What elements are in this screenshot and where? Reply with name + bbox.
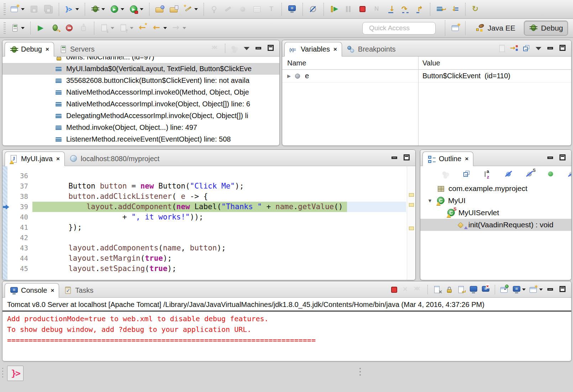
perspective-java-ee[interactable]: Java EE	[471, 21, 520, 36]
word-wrap-button[interactable]	[456, 285, 466, 294]
debug-button[interactable]	[89, 4, 107, 15]
scroll-lock-button[interactable]	[444, 285, 454, 294]
stack-frame-row[interactable]: NativeMethodAccessorImpl.invoke0(Method,…	[2, 86, 279, 98]
column-header-value[interactable]: Value	[418, 59, 440, 67]
debug-server-button[interactable]	[49, 22, 62, 34]
outline-item-init-vaadinrequest-void[interactable]: init(VaadinRequest) : void	[420, 219, 571, 231]
overview-ruler[interactable]	[407, 166, 415, 280]
tab-outline[interactable]: Outline×	[422, 152, 473, 166]
maximize-button[interactable]	[558, 285, 568, 294]
toolbar-grip[interactable]	[4, 4, 6, 15]
stack-frame-row[interactable]: 355682608.buttonClick(Button$ClickEvent)…	[2, 75, 279, 86]
stack-frame-row[interactable]: NativeMethodAccessorImpl.invoke(Object, …	[2, 98, 279, 110]
wand-button[interactable]	[182, 4, 200, 15]
run-external-button[interactable]	[127, 4, 145, 15]
outline-item-myui[interactable]: ▼MyUI	[420, 195, 571, 207]
folder-export-button[interactable]	[168, 4, 180, 15]
code-line[interactable]: 42	[2, 233, 406, 243]
tab-myui-java[interactable]: MyUI.java×	[5, 152, 65, 166]
outline-item-com-example-myproject[interactable]: com.example.myproject	[420, 182, 571, 195]
hide-local-types-button[interactable]: L	[566, 169, 572, 180]
warning-marker[interactable]	[409, 203, 414, 207]
expand-arrow-icon[interactable]: ▶	[287, 73, 291, 79]
maximize-button[interactable]	[558, 44, 568, 53]
minimize-button[interactable]	[546, 44, 556, 53]
stop-button[interactable]	[356, 4, 369, 15]
server-button[interactable]	[9, 22, 26, 34]
stack-frame-row[interactable]: Method.invoke(Object, Object...) line: 4…	[2, 122, 279, 133]
stop-server-button[interactable]	[63, 22, 76, 34]
close-icon[interactable]: ×	[465, 155, 468, 163]
stack-frame-row[interactable]: ListenerMethod.receiveEvent(EventObject)…	[2, 133, 279, 145]
close-icon[interactable]: ×	[56, 155, 60, 163]
warning-marker[interactable]	[409, 193, 414, 197]
step-over-button[interactable]	[399, 4, 412, 15]
step-filters-button[interactable]	[448, 4, 461, 15]
tab-variables[interactable]: Variables×	[284, 42, 342, 57]
show-stderr-button[interactable]	[480, 285, 490, 294]
splitter-handle[interactable]	[359, 368, 361, 369]
warning-marker[interactable]	[409, 227, 414, 230]
hide-fields-button[interactable]	[503, 169, 515, 180]
code-line[interactable]: 43 layout.addComponents(name, button);	[2, 243, 406, 253]
code-line[interactable]: 40 + ", it works!"));	[2, 212, 406, 222]
new-wizard-button[interactable]	[9, 4, 26, 15]
tab-tasks[interactable]: Tasks	[59, 283, 98, 297]
code-line[interactable]: 44 layout.setMargin(true);	[2, 253, 406, 264]
close-icon[interactable]: ×	[333, 46, 337, 53]
minimize-button[interactable]	[546, 153, 556, 163]
vaadin-status-button[interactable]: }>	[7, 366, 23, 381]
run-button[interactable]	[108, 4, 126, 15]
skip-breakpoints-button[interactable]	[307, 4, 320, 15]
view-menu-button[interactable]	[533, 44, 543, 53]
quick-access-input[interactable]	[362, 22, 436, 35]
code-editor[interactable]: 3637 Button button = new Button("Click M…	[2, 166, 415, 280]
open-perspective-button[interactable]	[450, 22, 462, 34]
code-line[interactable]: 41 });	[2, 222, 406, 233]
back-button[interactable]	[151, 22, 169, 34]
collapse-all-button[interactable]	[521, 44, 531, 53]
close-icon[interactable]: ×	[51, 287, 54, 294]
resume-button[interactable]	[328, 4, 341, 15]
column-divider[interactable]	[418, 57, 419, 145]
tab-servers[interactable]: Servers	[54, 42, 99, 56]
toolbar-grip[interactable]	[4, 22, 6, 34]
code-line[interactable]: 36	[2, 171, 406, 181]
drop-to-frame-button[interactable]	[434, 4, 447, 15]
statusbar-grip[interactable]	[2, 368, 3, 369]
collapse-all-button[interactable]	[461, 169, 473, 180]
variable-row[interactable]: ▶eButton$ClickEvent (id=110)	[282, 70, 571, 83]
close-icon[interactable]: ×	[46, 46, 49, 53]
start-server-button[interactable]	[35, 22, 47, 34]
code-line[interactable]: 37 Button button = new Button("Click Me"…	[2, 181, 406, 191]
console-monitor-button[interactable]	[286, 4, 299, 15]
code-line[interactable]: 45 layout.setSpacing(true);	[2, 264, 406, 274]
hide-static-button[interactable]: S	[524, 169, 536, 180]
filter-green-button[interactable]	[545, 169, 557, 180]
maximize-button[interactable]	[402, 153, 412, 163]
show-stdout-button[interactable]	[468, 285, 478, 294]
terminate-button[interactable]	[389, 285, 399, 294]
code-line[interactable]: 38 button.addClickListener( e -> {	[2, 191, 406, 202]
minimize-button[interactable]	[390, 153, 400, 163]
step-return-button[interactable]	[413, 4, 426, 15]
maximize-button[interactable]	[266, 44, 276, 53]
maximize-button[interactable]	[558, 153, 568, 163]
column-header-name[interactable]: Name	[282, 57, 418, 69]
outline-item-myuiservlet[interactable]: SMyUIServlet	[420, 207, 571, 219]
sort-button[interactable]	[482, 169, 494, 180]
display-console-button[interactable]	[511, 285, 526, 294]
last-edit-button[interactable]	[137, 22, 149, 34]
tab-debug[interactable]: Debug×	[5, 42, 54, 57]
minimize-button[interactable]	[546, 285, 556, 294]
stack-frame-row[interactable]: DelegatingMethodAccessorImpl.invoke(Obje…	[2, 110, 279, 122]
stack-frame-row[interactable]: MyUI.lambda$0(VerticalLayout, TextField,…	[2, 63, 279, 75]
folder-import-button[interactable]	[153, 4, 166, 15]
perspective-debug[interactable]: Debug	[524, 21, 568, 36]
tab-console[interactable]: Console×	[5, 283, 59, 298]
view-menu-button[interactable]	[242, 44, 252, 53]
code-line[interactable]: 39 layout.addComponent(new Label("Thanks…	[2, 202, 406, 212]
show-logical-structure-button[interactable]	[509, 44, 519, 53]
clear-console-button[interactable]	[432, 285, 442, 294]
minimize-button[interactable]	[254, 44, 264, 53]
